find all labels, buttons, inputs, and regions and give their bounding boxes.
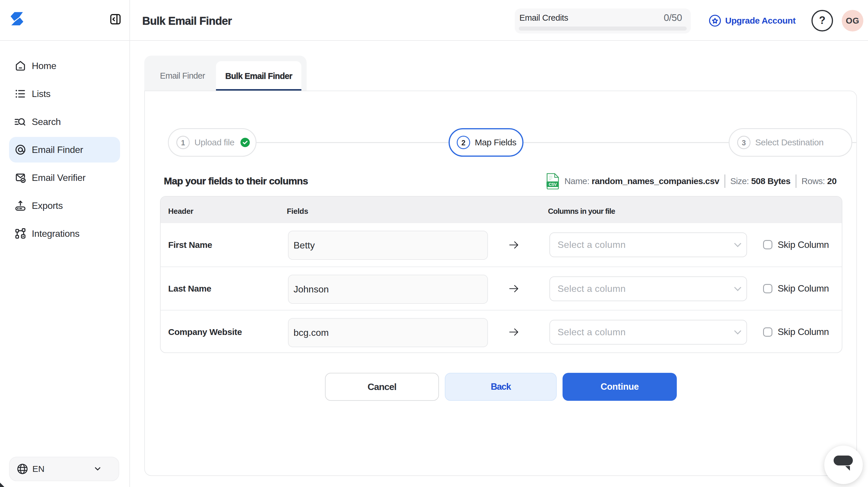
svg-text:CSV: CSV	[549, 182, 557, 187]
